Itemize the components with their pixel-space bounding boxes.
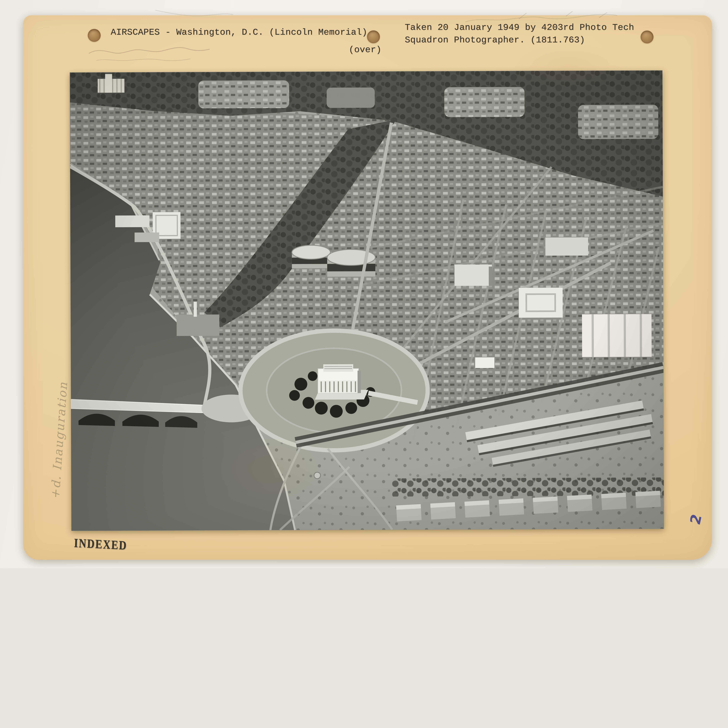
photo-vignette bbox=[70, 70, 664, 531]
caption-title: AIRSCAPES - Washington, D.C. (Lincoln Me… bbox=[111, 26, 367, 38]
caption-credit: Taken 20 January 1949 by 4203rd Photo Te… bbox=[405, 21, 634, 46]
scanned-archive-card-page: AIRSCAPES - Washington, D.C. (Lincoln Me… bbox=[0, 0, 728, 568]
aerial-photo-art bbox=[70, 70, 664, 531]
caption-credit-line2: Squadron Photographer. (1811.763) bbox=[405, 35, 585, 45]
punch-hole-left bbox=[88, 29, 101, 42]
punch-hole-center bbox=[367, 31, 380, 43]
aerial-photograph bbox=[70, 70, 664, 531]
caption-over-note: (over) bbox=[349, 44, 381, 56]
punch-hole-right bbox=[641, 31, 653, 43]
caption-credit-line1: Taken 20 January 1949 by 4203rd Photo Te… bbox=[405, 23, 634, 32]
indexed-stamp: INDEXED bbox=[74, 535, 127, 553]
